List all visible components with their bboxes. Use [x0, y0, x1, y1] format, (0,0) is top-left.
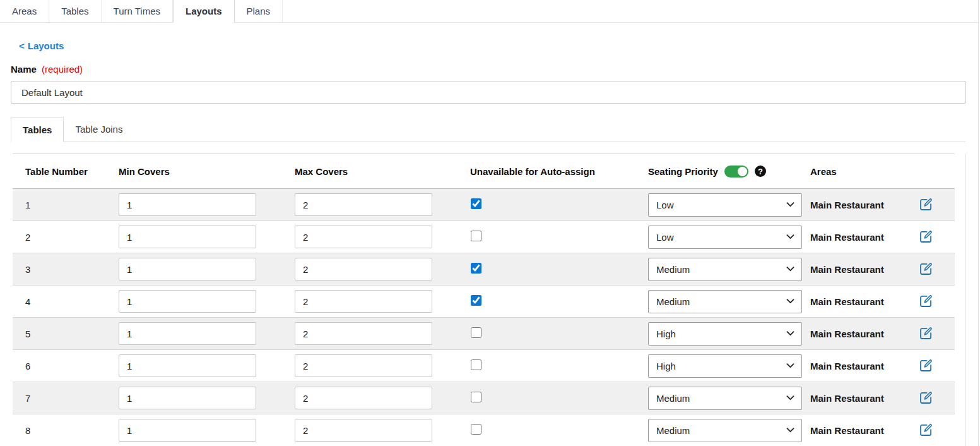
col-header-table-number: Table Number	[13, 154, 119, 189]
max-covers-input[interactable]	[295, 354, 432, 377]
edit-table-button[interactable]	[918, 293, 934, 309]
table-row: 7 Medium Main Restaurant	[13, 382, 955, 414]
min-covers-input[interactable]	[119, 419, 256, 442]
main-tab-bar: Areas Tables Turn Times Layouts Plans	[0, 0, 978, 23]
question-circle-icon[interactable]: ?	[755, 166, 766, 177]
edit-pencil-square-icon	[919, 429, 933, 438]
area-label: Main Restaurant	[810, 414, 918, 446]
max-covers-input[interactable]	[295, 193, 432, 216]
edit-table-button[interactable]	[918, 261, 934, 277]
unavailable-checkbox[interactable]	[471, 263, 481, 274]
area-label: Main Restaurant	[810, 350, 918, 382]
table-row: 6 High Main Restaurant	[13, 350, 955, 382]
subtab-tables[interactable]: Tables	[11, 117, 64, 142]
max-covers-input[interactable]	[295, 258, 432, 280]
unavailable-checkbox[interactable]	[471, 231, 481, 241]
max-covers-input[interactable]	[295, 290, 432, 313]
subtab-table-joins[interactable]: Table Joins	[64, 117, 134, 142]
unavailable-checkbox[interactable]	[471, 327, 481, 338]
col-header-max-covers: Max Covers	[295, 154, 470, 189]
min-covers-input[interactable]	[119, 387, 256, 409]
toggle-on-icon[interactable]	[724, 166, 748, 178]
unavailable-checkbox[interactable]	[471, 295, 481, 306]
table-number-cell: 4	[13, 286, 119, 318]
unavailable-checkbox[interactable]	[471, 359, 481, 370]
unavailable-checkbox[interactable]	[471, 392, 481, 402]
sub-tab-bar: Tables Table Joins	[11, 117, 965, 142]
area-label: Main Restaurant	[810, 189, 918, 221]
table-row: 4 Medium Main Restaurant	[13, 286, 955, 318]
min-covers-input[interactable]	[119, 193, 256, 216]
table-header-row: Table Number Min Covers Max Covers Unava…	[13, 154, 955, 189]
name-field-label: Name (required)	[11, 64, 965, 75]
edit-pencil-square-icon	[919, 365, 933, 374]
table-body: 1 Low Main Restaurant	[13, 189, 955, 446]
col-header-min-covers: Min Covers	[119, 154, 295, 189]
min-covers-input[interactable]	[119, 354, 256, 377]
seating-priority-select[interactable]: Low	[648, 193, 802, 217]
col-header-seating-priority: Seating Priority ?	[648, 154, 810, 189]
max-covers-input[interactable]	[295, 387, 432, 409]
tab-tables[interactable]: Tables	[49, 0, 101, 22]
seating-priority-select[interactable]: High	[648, 354, 802, 378]
edit-table-button[interactable]	[918, 196, 934, 212]
table-row: 3 Medium Main Restaurant	[13, 253, 955, 286]
back-to-layouts-link[interactable]: < Layouts	[19, 40, 64, 51]
col-header-areas: Areas	[810, 154, 918, 189]
seating-priority-select[interactable]: Medium	[648, 387, 802, 410]
back-link-label: Layouts	[28, 40, 64, 51]
edit-pencil-square-icon	[919, 300, 933, 310]
edit-table-button[interactable]	[918, 229, 934, 244]
chevron-left-icon: <	[19, 40, 25, 51]
edit-pencil-square-icon	[919, 268, 933, 277]
tables-table: Table Number Min Covers Max Covers Unava…	[13, 154, 955, 446]
seating-priority-select[interactable]: Medium	[648, 290, 802, 313]
tab-layouts[interactable]: Layouts	[173, 0, 235, 23]
seating-priority-select[interactable]: Medium	[648, 258, 802, 281]
table-number-cell: 8	[13, 414, 119, 446]
required-note: (required)	[42, 64, 83, 75]
tab-plans[interactable]: Plans	[235, 0, 283, 22]
tables-table-container: Table Number Min Covers Max Covers Unava…	[11, 154, 965, 446]
table-number-cell: 7	[13, 382, 119, 414]
tab-areas[interactable]: Areas	[0, 0, 49, 22]
area-label: Main Restaurant	[810, 221, 918, 253]
edit-pencil-square-icon	[919, 397, 933, 406]
table-row: 5 High Main Restaurant	[13, 318, 955, 350]
table-row: 8 Medium Main Restaurant	[13, 414, 955, 446]
area-label: Main Restaurant	[810, 382, 918, 414]
seating-priority-header-label: Seating Priority	[648, 166, 718, 177]
seating-priority-select[interactable]: Low	[648, 226, 802, 249]
area-label: Main Restaurant	[810, 286, 918, 318]
table-number-cell: 3	[13, 253, 119, 286]
min-covers-input[interactable]	[119, 258, 256, 280]
edit-pencil-square-icon	[919, 332, 933, 342]
table-number-cell: 5	[13, 318, 119, 350]
min-covers-input[interactable]	[119, 322, 256, 345]
unavailable-checkbox[interactable]	[471, 424, 481, 435]
max-covers-input[interactable]	[295, 322, 432, 345]
max-covers-input[interactable]	[295, 226, 432, 248]
seating-priority-select[interactable]: High	[648, 322, 802, 346]
layout-name-input[interactable]	[11, 81, 966, 104]
area-label: Main Restaurant	[810, 253, 918, 286]
col-header-actions	[918, 154, 955, 189]
unavailable-checkbox[interactable]	[471, 198, 481, 209]
max-covers-input[interactable]	[295, 419, 432, 442]
area-label: Main Restaurant	[810, 318, 918, 350]
min-covers-input[interactable]	[119, 226, 256, 248]
table-number-cell: 6	[13, 350, 119, 382]
edit-table-button[interactable]	[918, 325, 934, 341]
content-area: < Layouts Name (required) Tables Table J…	[0, 23, 978, 446]
table-number-cell: 2	[13, 221, 119, 253]
edit-table-button[interactable]	[918, 358, 934, 373]
table-row: 1 Low Main Restaurant	[13, 189, 955, 221]
col-header-unavailable: Unavailable for Auto-assign	[470, 154, 648, 189]
edit-table-button[interactable]	[918, 390, 934, 406]
table-row: 2 Low Main Restaurant	[13, 221, 955, 253]
name-label-text: Name	[11, 64, 37, 75]
edit-table-button[interactable]	[918, 422, 934, 438]
tab-turn-times[interactable]: Turn Times	[102, 0, 173, 22]
min-covers-input[interactable]	[119, 290, 256, 313]
seating-priority-select[interactable]: Medium	[648, 419, 802, 442]
